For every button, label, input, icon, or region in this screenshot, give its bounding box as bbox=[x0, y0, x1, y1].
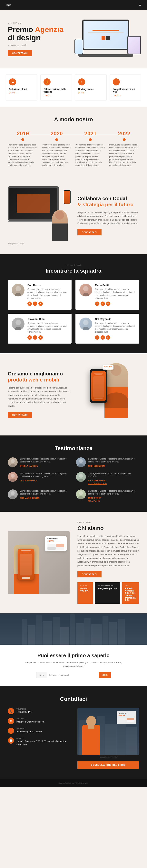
social-icon-2-1[interactable]: t bbox=[33, 335, 37, 340]
team-card-0: Bob Brown Quia amet illum illum molestia… bbox=[8, 280, 72, 310]
team-avatar-0 bbox=[12, 284, 24, 297]
about-stat-2: QHS Lunedi-Venerdì: 5:00-7:00, Sabato-Do… bbox=[122, 582, 139, 603]
testimonial-card-5: Sample text. Click to select the text bo… bbox=[76, 490, 139, 502]
team-socials-1: ftin bbox=[95, 302, 135, 306]
contact-item-text-0: Telefono +(000) 000-4447 bbox=[17, 708, 32, 714]
team-section-header: Immagine di Freepik Incontrare la squadr… bbox=[8, 264, 139, 274]
testimonial-card-0: Sample text. Click to select the text bo… bbox=[8, 457, 71, 467]
stat-value-1: info@example.com bbox=[98, 587, 117, 590]
timeline-text-3: Promuovere dalla gestione delle vendite … bbox=[109, 143, 139, 167]
testimonial-content-3: Click again or double click to start edi… bbox=[88, 472, 139, 485]
stat-value-2: Lunedi-Venerdì: 5:00-7:00, Sabato-Domeni… bbox=[125, 587, 136, 601]
navigation: logo ≡ bbox=[0, 0, 147, 10]
testimonial-avatar-1 bbox=[76, 457, 86, 467]
products-section: Creiamo e miglioriamo prodotti web e mob… bbox=[0, 353, 147, 435]
timeline-text-1: Promuovere dalla gestione delle vendite … bbox=[42, 143, 72, 167]
footer: Copyright 2022 - All Rights Reserved bbox=[0, 779, 147, 787]
hero-title-line2: di design bbox=[8, 34, 71, 42]
timeline-title: A modo nostro bbox=[8, 116, 139, 123]
stat-label-1: E+: JOHAN-POIZONE bbox=[98, 585, 117, 586]
social-icon-2-0[interactable]: f bbox=[27, 335, 32, 340]
testimonial-text-5: Sample text. Click to select the text bo… bbox=[88, 490, 139, 495]
about-cta-button[interactable]: CONTATTACI bbox=[77, 571, 101, 578]
contact-item-value-3: Lunedì - Domenica: 5:00 - 7:00 Venerdì -… bbox=[17, 740, 70, 746]
contact-title: Contattaci bbox=[8, 696, 139, 702]
collaborate-content: Collabora con Codal & strategia per il f… bbox=[77, 195, 139, 236]
social-icon-3-2[interactable]: in bbox=[106, 335, 111, 340]
stat-label-0: CALL US bbox=[80, 585, 90, 586]
contact-item-value-0: +(000) 000-4447 bbox=[17, 710, 32, 714]
about-title: Chi siamo bbox=[77, 525, 139, 531]
collaborate-cta-button[interactable]: CONTATTACI bbox=[77, 229, 101, 236]
collaborate-section: Immagine da Freepik Collabora con Codal … bbox=[0, 177, 147, 254]
hero-image bbox=[76, 20, 139, 59]
nav-menu-button[interactable]: ≡ bbox=[139, 2, 141, 7]
social-icon-0-0[interactable]: f bbox=[27, 302, 32, 306]
team-info-2: Giovanni Rico Quia amet illum illum mole… bbox=[27, 317, 68, 340]
service-link-0[interactable]: DI PIÙ → bbox=[9, 92, 34, 94]
team-avatar-2 bbox=[12, 317, 24, 330]
service-card: Progettazione di siti web DI PIÙ → bbox=[109, 74, 141, 101]
team-card-1: Maria Smith Quia amet illum illum molest… bbox=[75, 280, 139, 310]
service-card: ☁ Soluzione cloud DI PIÙ → bbox=[6, 74, 38, 101]
products-image: Take a Make or Difference bbox=[77, 363, 139, 426]
service-title-1: Ottimizzazione della velocità bbox=[44, 88, 69, 93]
team-info-3: Nat Reynolds Quia amet illum illum moles… bbox=[95, 317, 135, 340]
service-icon-3 bbox=[113, 79, 120, 86]
testimonial-avatar-5 bbox=[76, 490, 86, 499]
testimonial-text-1: Sample text. Click to select the text bo… bbox=[88, 457, 139, 463]
team-section: Immagine di Freepik Incontrare la squadr… bbox=[0, 254, 147, 353]
testimonial-content-1: Sample text. Click to select the text bo… bbox=[88, 457, 139, 467]
social-icon-1-1[interactable]: t bbox=[101, 302, 105, 306]
contact-consult-button[interactable]: CONSULTAZIONE DEL LIBRO bbox=[77, 761, 139, 769]
testimonial-avatar-3 bbox=[76, 472, 86, 482]
contact-item-text-2: Indirizzo Via Washington 32, 22100 bbox=[17, 727, 42, 733]
timeline-text-2: Promuovere dalla gestione delle vendite … bbox=[75, 143, 105, 167]
timeline-year-1: 2020 bbox=[42, 130, 72, 137]
social-icon-0-2[interactable]: in bbox=[39, 302, 43, 306]
testimonial-text-4: Sample text. Click to select the text bo… bbox=[20, 490, 71, 495]
service-link-2[interactable]: DI PIÙ → bbox=[78, 92, 103, 94]
timeline-year-0: 2019 bbox=[8, 130, 38, 137]
nav-logo: logo bbox=[6, 3, 11, 6]
social-icon-0-1[interactable]: t bbox=[33, 302, 37, 306]
service-card: ✦ Coding online DI PIÙ → bbox=[75, 74, 107, 101]
service-link-3[interactable]: DI PIÙ → bbox=[113, 94, 138, 97]
timeline-item-3: 2022 Promuovere dalla gestione delle ven… bbox=[109, 130, 139, 167]
team-socials-3: ftin bbox=[95, 335, 135, 340]
hero-subtitle: Immagine da Freepik bbox=[8, 44, 71, 46]
contact-item-icon-0: 📞 bbox=[8, 708, 14, 714]
testimonial-link-5[interactable]: MIKE PERRY bbox=[88, 500, 139, 502]
testimonial-content-4: Sample text. Click to select the text bo… bbox=[20, 490, 71, 499]
team-avatar-3 bbox=[79, 317, 92, 330]
about-stats: CALL US +(000) 000-4447 E+: JOHAN-POIZON… bbox=[77, 582, 139, 603]
contact-section: Contattaci 📞 Telefono +(000) 000-4447 ✉ … bbox=[0, 686, 147, 779]
timeline-text-0: Promuovere dalla gestione delle vendite … bbox=[8, 143, 38, 167]
newsletter-email-input[interactable] bbox=[47, 672, 99, 678]
timeline-dot-2 bbox=[89, 138, 92, 141]
testimonials-grid: Sample text. Click to select the text bo… bbox=[8, 457, 139, 502]
hero-section: CHI SIAMO Premio Agenzia di design Immag… bbox=[0, 10, 147, 68]
social-icon-1-0[interactable]: f bbox=[95, 302, 99, 306]
collaborate-image: Immagine da Freepik bbox=[8, 186, 70, 245]
hero-tag: CHI SIAMO bbox=[8, 22, 71, 24]
testimonial-content-0: Sample text. Click to select the text bo… bbox=[20, 457, 71, 467]
testimonial-link-3[interactable]: CONTATTI HUDSON bbox=[88, 483, 139, 485]
timeline-year-3: 2022 bbox=[109, 130, 139, 137]
contact-item-text-3: Orario Lunedì - Domenica: 5:00 - 7:00 Ve… bbox=[17, 737, 70, 746]
newsletter-title: Puoi essere il primo a saperlo bbox=[8, 652, 139, 658]
service-link-1[interactable]: DI PIÙ → bbox=[44, 94, 69, 97]
products-cta-button[interactable]: CONTATTACI bbox=[8, 412, 32, 418]
newsletter-submit-button[interactable]: ISCR. bbox=[99, 672, 111, 678]
team-socials-2: ftin bbox=[27, 335, 68, 340]
social-icon-3-0[interactable]: f bbox=[95, 335, 99, 340]
testimonial-name-5: MIKE PERRY bbox=[88, 497, 139, 499]
testimonial-name-4: THOMAS D COSTA bbox=[20, 497, 71, 499]
hero-cta-button[interactable]: CONTATTACI bbox=[8, 50, 32, 56]
contact-item-value-1: info@YourEmailAddress.com bbox=[17, 720, 45, 723]
contact-item-label-3: Orario bbox=[17, 737, 70, 739]
social-icon-2-2[interactable]: in bbox=[39, 335, 43, 340]
social-icon-3-1[interactable]: t bbox=[101, 335, 105, 340]
social-icon-1-2[interactable]: in bbox=[106, 302, 111, 306]
service-title-0: Soluzione cloud bbox=[9, 88, 34, 91]
